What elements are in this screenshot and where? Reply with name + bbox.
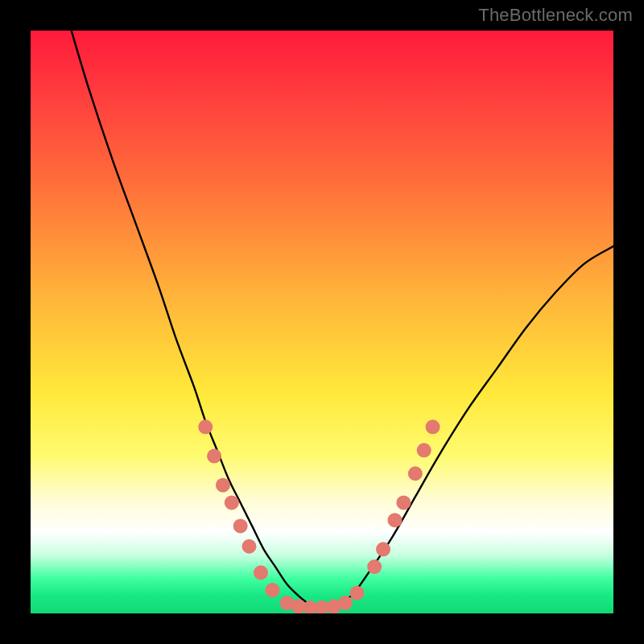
marker-dot [417, 443, 431, 457]
marker-dot [408, 466, 423, 481]
marker-dot [198, 419, 213, 434]
chart-frame: TheBottleneck.com [0, 0, 644, 644]
marker-dot [396, 495, 411, 510]
gradient-plot-area [31, 31, 613, 613]
marker-dot [326, 599, 341, 613]
marker-dot [242, 539, 257, 554]
watermark-text: TheBottleneck.com [478, 5, 633, 26]
marker-dot [280, 596, 295, 610]
marker-dot [376, 542, 390, 556]
marker-dot [349, 586, 364, 601]
marker-dot [426, 419, 440, 434]
highlight-markers [198, 419, 440, 613]
marker-dot [254, 565, 268, 580]
marker-dot [225, 495, 239, 510]
chart-svg [31, 31, 613, 613]
marker-dot [315, 601, 329, 613]
marker-dot [367, 559, 382, 574]
marker-dot [388, 513, 402, 527]
bottleneck-curve [72, 31, 613, 608]
marker-dot [303, 601, 318, 613]
marker-dot [265, 583, 279, 597]
marker-dot [233, 518, 248, 533]
marker-dot [338, 596, 353, 610]
marker-dot [291, 599, 306, 613]
marker-dot [207, 449, 221, 464]
marker-dot [216, 478, 230, 493]
